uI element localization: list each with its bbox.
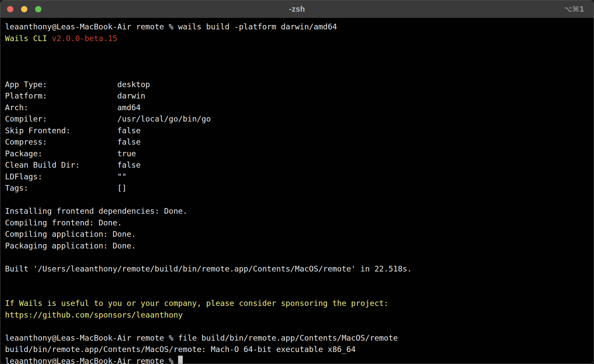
terminal-text-segment: Installing frontend dependencies: Done. (5, 206, 187, 215)
terminal-text-segment: Platform: darwin (5, 91, 145, 100)
terminal-text-segment: App Type: desktop (5, 80, 150, 89)
titlebar[interactable]: -zsh ⌥⌘1 (0, 0, 594, 18)
terminal-line: leaanthony@Leas-MacBook-Air remote % fil… (5, 332, 589, 344)
terminal-output[interactable]: leaanthony@Leas-MacBook-Air remote % wai… (0, 18, 594, 364)
terminal-text-segment: leaanthony@Leas-MacBook-Air remote % (5, 356, 178, 364)
window-shortcut-badge: ⌥⌘1 (564, 5, 584, 13)
terminal-text-segment: Skip Frontend: false (5, 126, 141, 135)
terminal-text-segment: LDFlags: "" (5, 172, 127, 181)
terminal-line: leaanthony@Leas-MacBook-Air remote % wai… (5, 21, 589, 33)
terminal-line: Tags: [] (5, 182, 589, 194)
terminal-text-segment: Compiling application: Done. (5, 229, 136, 238)
terminal-text-segment: Packaging application: Done. (5, 241, 136, 250)
terminal-line: Compress: false (5, 136, 589, 148)
terminal-line: If Wails is useful to you or your compan… (5, 298, 589, 309)
terminal-text-segment: v2.0.0-beta.15 (52, 34, 117, 43)
terminal-line (5, 194, 589, 206)
terminal-line (5, 251, 589, 263)
terminal-text-segment: Wails CLI (5, 34, 52, 43)
window-title: -zsh (0, 5, 594, 14)
terminal-text-segment: Compiler: /usr/local/go/bin/go (5, 114, 211, 123)
terminal-text-segment: Compiling frontend: Done. (5, 218, 122, 227)
terminal-line: build/bin/remote.app/Contents/MacOS/remo… (5, 344, 589, 355)
terminal-text-segment: If Wails is useful to you or your compan… (5, 299, 389, 308)
terminal-line: leaanthony@Leas-MacBook-Air remote % (5, 355, 589, 364)
terminal-line (5, 321, 589, 332)
terminal-line: Wails CLI v2.0.0-beta.15 (5, 33, 589, 44)
terminal-line: Clean Build Dir: false (5, 159, 589, 171)
terminal-text-segment: Tags: [] (5, 183, 127, 192)
terminal-text-segment: https://github.com/sponsors/leaanthony (5, 310, 183, 319)
terminal-line (5, 275, 589, 286)
terminal-line: Arch: amd64 (5, 102, 589, 114)
terminal-line: Skip Frontend: false (5, 125, 589, 137)
terminal-text-segment: Arch: amd64 (5, 103, 141, 112)
terminal-line: Platform: darwin (5, 90, 589, 102)
terminal-line: Compiling application: Done. (5, 228, 589, 240)
terminal-line: LDFlags: "" (5, 171, 589, 183)
terminal-text-segment: Clean Build Dir: false (5, 160, 141, 169)
terminal-text-segment: Compress: false (5, 137, 141, 146)
terminal-line: Compiler: /usr/local/go/bin/go (5, 113, 589, 125)
cursor-block (178, 356, 183, 364)
terminal-line: Installing frontend dependencies: Done. (5, 205, 589, 217)
terminal-text-segment: leaanthony@Leas-MacBook-Air remote % fil… (5, 333, 398, 342)
terminal-text-segment: leaanthony@Leas-MacBook-Air remote % wai… (5, 22, 337, 31)
terminal-line: Package: true (5, 148, 589, 160)
terminal-line: Packaging application: Done. (5, 240, 589, 252)
terminal-line: App Type: desktop (5, 79, 589, 90)
terminal-text-segment: Built '/Users/leaanthony/remote/build/bi… (5, 264, 412, 273)
terminal-window: -zsh ⌥⌘1 leaanthony@Leas-MacBook-Air rem… (0, 0, 594, 364)
terminal-line (5, 67, 589, 79)
terminal-line (5, 44, 589, 56)
terminal-text-segment: Package: true (5, 149, 136, 158)
terminal-line: https://github.com/sponsors/leaanthony (5, 309, 589, 321)
terminal-line: Compiling frontend: Done. (5, 217, 589, 229)
terminal-line (5, 56, 589, 67)
terminal-line (5, 286, 589, 298)
terminal-text-segment: build/bin/remote.app/Contents/MacOS/remo… (5, 345, 356, 354)
terminal-line: Built '/Users/leaanthony/remote/build/bi… (5, 263, 589, 275)
